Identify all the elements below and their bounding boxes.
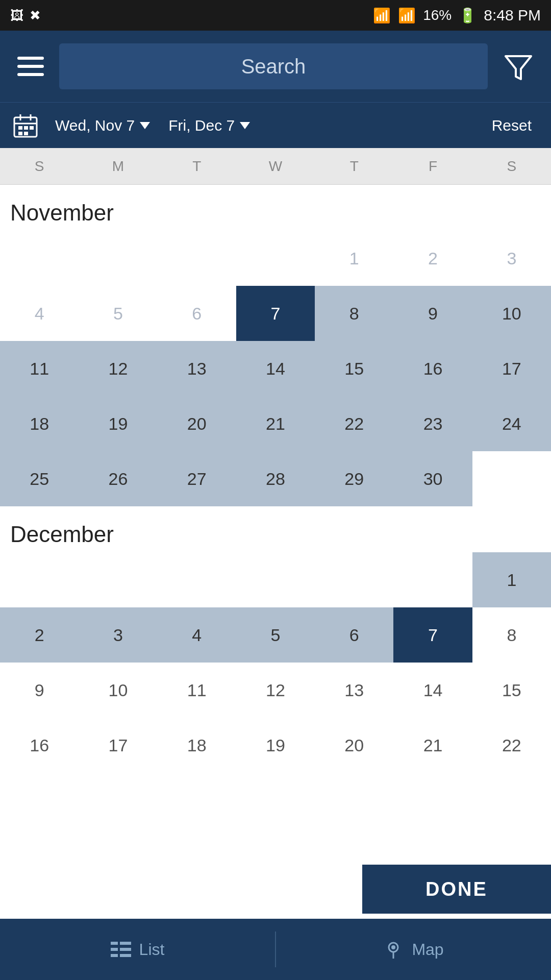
november-grid: 1 2 3 4 5 6 7 8 9 10 11 12 13 14 15 16 1… <box>0 231 551 506</box>
search-input[interactable]: Search <box>59 43 488 89</box>
cal-cell-dec-21[interactable]: 21 <box>393 718 472 773</box>
cal-cell-dec-1[interactable]: 1 <box>472 552 551 607</box>
svg-rect-6 <box>24 126 28 130</box>
cal-cell-nov-16[interactable]: 16 <box>393 341 472 396</box>
cal-cell-dec-18[interactable]: 18 <box>158 718 236 773</box>
cal-cell[interactable] <box>0 231 79 286</box>
cal-cell-dec-7[interactable]: 7 <box>393 607 472 663</box>
date-range-bar: Wed, Nov 7 Fri, Dec 7 Reset <box>0 102 551 148</box>
cal-cell-nov-22[interactable]: 22 <box>315 396 393 451</box>
cal-cell-dec-20[interactable]: 20 <box>315 718 393 773</box>
cal-cell-dec-empty-3 <box>158 552 236 607</box>
cal-cell-nov-21[interactable]: 21 <box>236 396 315 451</box>
cal-cell-nov-15[interactable]: 15 <box>315 341 393 396</box>
done-button[interactable]: DONE <box>362 865 551 914</box>
cal-cell-dec-empty-2 <box>79 552 157 607</box>
cal-cell-dec-22[interactable]: 22 <box>472 718 551 773</box>
cal-cell-nov-12[interactable]: 12 <box>79 341 157 396</box>
cal-cell-nov-8[interactable]: 8 <box>315 286 393 341</box>
svg-rect-11 <box>120 942 131 945</box>
svg-rect-8 <box>18 132 22 135</box>
day-header-fri: F <box>393 148 472 184</box>
cal-cell-nov-2[interactable]: 2 <box>393 231 472 286</box>
cal-cell-nov-13[interactable]: 13 <box>158 341 236 396</box>
cal-cell-nov-11[interactable]: 11 <box>0 341 79 396</box>
cal-cell-dec-19[interactable]: 19 <box>236 718 315 773</box>
cal-cell-dec-3[interactable]: 3 <box>79 607 157 663</box>
svg-rect-13 <box>120 948 131 951</box>
cal-cell-nov-6[interactable]: 6 <box>158 286 236 341</box>
cal-cell-nov-27[interactable]: 27 <box>158 451 236 506</box>
cal-cell-nov-23[interactable]: 23 <box>393 396 472 451</box>
cal-cell-nov-19[interactable]: 19 <box>79 396 157 451</box>
cal-cell-nov-14[interactable]: 14 <box>236 341 315 396</box>
cal-cell-nov-28[interactable]: 28 <box>236 451 315 506</box>
day-header-wed: W <box>236 148 315 184</box>
cal-cell[interactable] <box>79 231 157 286</box>
calendar-body: November 1 2 3 4 5 6 7 8 9 10 11 12 13 1… <box>0 185 551 814</box>
reset-button[interactable]: Reset <box>483 112 541 139</box>
svg-rect-14 <box>111 954 118 957</box>
cal-cell-dec-16[interactable]: 16 <box>0 718 79 773</box>
cal-cell-dec-8[interactable]: 8 <box>472 607 551 663</box>
cal-cell-nov-25[interactable]: 25 <box>0 451 79 506</box>
cal-cell-nov-1[interactable]: 1 <box>315 231 393 286</box>
cal-cell-nov-7[interactable]: 7 <box>236 286 315 341</box>
cal-cell-dec-4[interactable]: 4 <box>158 607 236 663</box>
cal-cell-dec-10[interactable]: 10 <box>79 663 157 718</box>
cal-cell-dec-12[interactable]: 12 <box>236 663 315 718</box>
cal-cell-dec-15[interactable]: 15 <box>472 663 551 718</box>
cal-cell[interactable] <box>158 231 236 286</box>
cal-cell-dec-17[interactable]: 17 <box>79 718 157 773</box>
cal-cell-nov-20[interactable]: 20 <box>158 396 236 451</box>
cal-cell-dec-9[interactable]: 9 <box>0 663 79 718</box>
map-tab[interactable]: Map <box>276 939 551 960</box>
start-date-chevron <box>140 122 150 129</box>
cal-cell-nov-5[interactable]: 5 <box>79 286 157 341</box>
list-icon <box>111 939 131 960</box>
end-date-button[interactable]: Fri, Dec 7 <box>159 112 259 139</box>
calendar-icon <box>10 110 41 141</box>
cal-cell-nov-30[interactable]: 30 <box>393 451 472 506</box>
list-tab[interactable]: List <box>0 939 275 960</box>
december-label: December <box>0 506 551 552</box>
cal-cell-dec-2[interactable]: 2 <box>0 607 79 663</box>
cal-cell-nov-18[interactable]: 18 <box>0 396 79 451</box>
svg-marker-0 <box>506 56 531 79</box>
cal-cell-dec-empty-5 <box>315 552 393 607</box>
hamburger-line-1 <box>17 57 44 60</box>
cal-cell-nov-29[interactable]: 29 <box>315 451 393 506</box>
cal-cell-dec-5[interactable]: 5 <box>236 607 315 663</box>
svg-rect-9 <box>24 132 28 135</box>
svg-rect-15 <box>120 954 131 957</box>
cal-cell-nov-4[interactable]: 4 <box>0 286 79 341</box>
signal-icon: 📶 <box>398 7 416 24</box>
x-icon: ✖ <box>30 8 41 23</box>
cal-cell-nov-empty <box>472 451 551 506</box>
cal-cell-dec-11[interactable]: 11 <box>158 663 236 718</box>
cal-cell-nov-9[interactable]: 9 <box>393 286 472 341</box>
cal-cell-nov-24[interactable]: 24 <box>472 396 551 451</box>
cal-cell-dec-14[interactable]: 14 <box>393 663 472 718</box>
cal-cell-dec-13[interactable]: 13 <box>315 663 393 718</box>
hamburger-button[interactable] <box>12 52 49 81</box>
svg-point-17 <box>391 945 395 949</box>
filter-button[interactable] <box>498 46 539 87</box>
end-date-chevron <box>240 122 250 129</box>
clock: 8:48 PM <box>484 7 541 24</box>
day-header-tue: T <box>158 148 236 184</box>
cal-cell-nov-10[interactable]: 10 <box>472 286 551 341</box>
cal-cell-nov-26[interactable]: 26 <box>79 451 157 506</box>
top-nav: Search <box>0 31 551 102</box>
start-date-button[interactable]: Wed, Nov 7 <box>46 112 159 139</box>
cal-cell-nov-3[interactable]: 3 <box>472 231 551 286</box>
battery-label: 16% <box>423 7 452 23</box>
svg-rect-5 <box>18 126 22 130</box>
cal-cell-nov-17[interactable]: 17 <box>472 341 551 396</box>
svg-rect-12 <box>111 948 118 951</box>
cal-cell-dec-6[interactable]: 6 <box>315 607 393 663</box>
status-icons: 🖼 ✖ <box>10 8 41 23</box>
cal-cell[interactable] <box>236 231 315 286</box>
svg-rect-10 <box>111 942 118 945</box>
hamburger-line-3 <box>17 73 44 76</box>
